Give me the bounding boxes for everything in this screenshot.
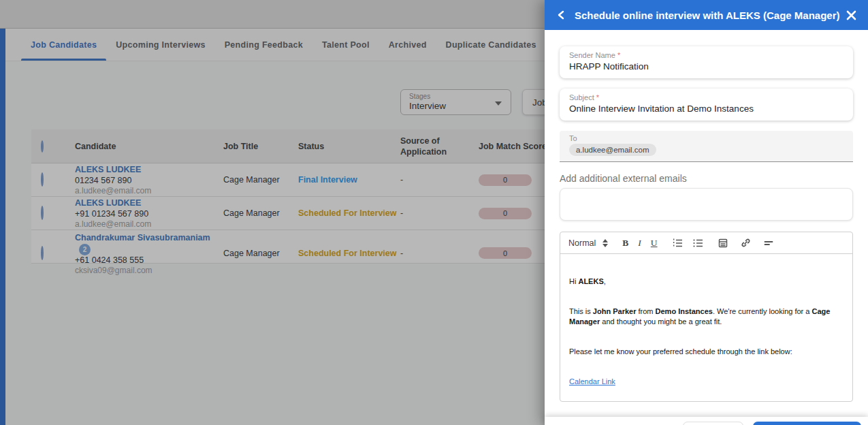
bullet-list-icon[interactable]	[692, 238, 703, 249]
required-asterisk: *	[617, 51, 620, 59]
insert-table-icon[interactable]	[718, 238, 728, 249]
subject-label: Subject *	[569, 93, 843, 101]
insert-link-icon[interactable]	[740, 237, 752, 249]
paragraph-format-select[interactable]: Normal	[568, 238, 596, 248]
schedule-interview-button[interactable]: Schedule Interview	[753, 422, 861, 425]
recipient-email-chip[interactable]: a.ludkee@email.com	[569, 144, 656, 156]
email-body-editor[interactable]: Normal B I U	[560, 232, 853, 402]
align-lines-icon[interactable]	[763, 238, 774, 249]
email-body-content[interactable]: Hi ALEKS, This is John Parker from Demo …	[560, 254, 852, 387]
greeting-line: Hi ALEKS,	[569, 277, 843, 287]
subject-field[interactable]: Subject * Online Interview Invitation at…	[560, 89, 853, 121]
ordered-list-icon[interactable]	[672, 238, 683, 249]
italic-button[interactable]: I	[638, 238, 641, 249]
drawer-title: Schedule online interview with ALEKS (Ca…	[575, 10, 843, 21]
sender-name-label: Sender Name *	[569, 51, 843, 59]
editor-toolbar: Normal B I U	[560, 232, 852, 254]
to-label: To	[569, 134, 843, 142]
intro-paragraph: This is John Parker from Demo Instances.…	[569, 306, 843, 327]
format-sort-arrows-icon[interactable]	[602, 239, 608, 247]
additional-emails-input[interactable]	[560, 188, 853, 221]
cancel-button[interactable]: Cancel	[683, 422, 743, 425]
underline-button[interactable]: U	[651, 238, 658, 249]
subject-value: Online Interview Invitation at Demo Inst…	[569, 104, 843, 114]
calendar-link[interactable]: Calendar Link	[569, 377, 615, 385]
screen: Job Candidates Upcoming Interviews Pendi…	[0, 0, 868, 425]
sender-name-field[interactable]: Sender Name * HRAPP Notification	[560, 46, 853, 78]
sender-name-value: HRAPP Notification	[569, 61, 843, 72]
back-chevron-icon[interactable]	[554, 7, 569, 22]
drawer-body: Sender Name * HRAPP Notification Subject…	[545, 46, 868, 425]
to-field[interactable]: To a.ludkee@email.com	[560, 131, 853, 162]
schedule-interview-drawer: Schedule online interview with ALEKS (Ca…	[545, 0, 868, 425]
drawer-footer: Cancel Schedule Interview	[545, 417, 868, 425]
close-icon[interactable]	[843, 7, 858, 22]
schedule-request-line: Please let me know your preferred schedu…	[569, 347, 843, 357]
bold-button[interactable]: B	[622, 238, 628, 249]
required-asterisk: *	[596, 93, 599, 101]
additional-emails-label: Add additional external emails	[560, 173, 853, 184]
drawer-header: Schedule online interview with ALEKS (Ca…	[545, 0, 868, 30]
